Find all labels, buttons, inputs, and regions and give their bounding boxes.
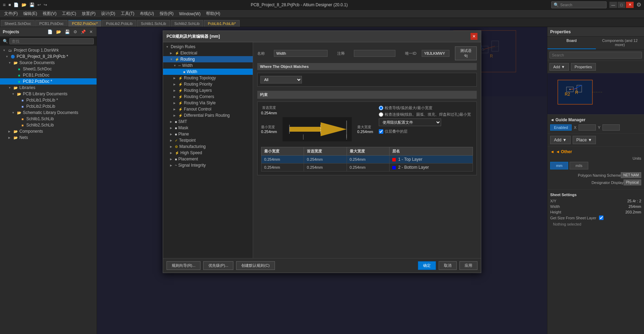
menu-routing[interactable]: 布线(U) xyxy=(137,10,157,17)
tree-sch-lib-docs[interactable]: ▼ 📂 Schematic Library Documents xyxy=(0,109,97,116)
redo-icon[interactable]: ↪ xyxy=(44,2,47,7)
menu-reports[interactable]: 报告(R) xyxy=(157,10,177,17)
tab-pcblib2[interactable]: PcbLib2.PcbLib xyxy=(102,20,136,27)
projects-open-btn[interactable]: 📂 xyxy=(55,29,62,35)
rule-mask[interactable]: ▶ ■ Mask xyxy=(163,125,253,131)
rule-wizard-button[interactable]: 规则向导(R)... xyxy=(167,261,200,270)
tree-nets[interactable]: ▶ 📂 Nets xyxy=(0,134,97,141)
rule-routing[interactable]: ▼ ⚡ Routing xyxy=(163,56,253,62)
minimize-button[interactable]: — xyxy=(609,2,617,8)
rule-name-input[interactable] xyxy=(274,50,328,57)
rule-smt[interactable]: ▶ ■ SMT xyxy=(163,118,253,125)
object-match-dropdown[interactable]: All xyxy=(260,76,302,84)
guide-x-input[interactable] xyxy=(579,124,596,131)
cancel-button[interactable]: 取消 xyxy=(439,261,457,270)
tree-pcblib1[interactable]: ■ PcbLib1.PcbLib * xyxy=(0,97,97,103)
projects-close-btn[interactable]: ⚙ xyxy=(72,29,78,35)
projects-new-btn[interactable]: 📄 xyxy=(46,29,54,35)
mm-button[interactable]: mm xyxy=(550,162,568,169)
rule-high-speed[interactable]: ▶ ⚡ High Speed xyxy=(163,150,253,156)
undo-icon[interactable]: ↩ xyxy=(37,2,41,7)
menu-window[interactable]: Window(W) xyxy=(176,11,203,17)
rule-manufacturing[interactable]: ▶ ⚙ Manufacturing xyxy=(163,143,253,150)
projects-search-input[interactable] xyxy=(9,38,94,44)
global-search-box[interactable]: 🔍 Search xyxy=(551,1,607,8)
tree-components[interactable]: ▶ 📂 Components xyxy=(0,128,97,134)
tree-pcb2[interactable]: ■ PCB2.PcbDoc * xyxy=(0,78,97,85)
rule-signal-integrity[interactable]: ▶ ~ Signal Integrity xyxy=(163,162,253,168)
guide-place-button[interactable]: Place ▼ xyxy=(573,136,596,144)
rule-routing-via-style[interactable]: ▶ ⚡ Routing Via Style xyxy=(163,100,253,106)
menu-edit[interactable]: 编辑(E) xyxy=(20,10,40,17)
menu-file[interactable]: 文件(F) xyxy=(1,10,20,17)
apply-button[interactable]: 应用 xyxy=(459,261,477,270)
tree-pcb-lib-docs[interactable]: ▼ 📂 PCB Library Documents xyxy=(0,91,97,97)
rule-fanout-control[interactable]: ▶ ⚡ Fanout Control xyxy=(163,106,253,112)
tree-sheet1[interactable]: ■ Sheet1.SchDoc xyxy=(0,66,97,72)
guide-add-button[interactable]: Add ▼ xyxy=(550,136,571,144)
tree-schlib2[interactable]: ■ Schlib2.SchLib xyxy=(0,122,97,128)
tree-pcb-project[interactable]: ▼ 🔵 PCB_Project_8_28.PrjPcb * xyxy=(0,53,97,60)
rule-routing-topology[interactable]: ▶ ⚡ Routing Topology xyxy=(163,75,253,81)
impedance-dropdown[interactable]: 使用阻抗配置文件 xyxy=(379,118,441,126)
rule-testpoint[interactable]: ▶ ✓ Testpoint xyxy=(163,137,253,143)
tree-pcblib2[interactable]: ■ PcbLib2.PcbLib xyxy=(0,103,97,109)
rule-width[interactable]: ■ Width xyxy=(163,69,253,75)
tab-schlib2[interactable]: Schlib2.SchLib xyxy=(171,20,204,27)
menu-place[interactable]: 放置(P) xyxy=(79,10,98,17)
save-icon[interactable]: 💾 xyxy=(29,2,35,7)
priority-button[interactable]: 优先级(P)... xyxy=(203,261,233,270)
menu-help[interactable]: 帮助(H) xyxy=(203,10,223,17)
projects-close-panel-btn[interactable]: ✕ xyxy=(88,29,94,35)
rule-diff-pairs[interactable]: ▶ ⚡ Differential Pairs Routing xyxy=(163,112,253,118)
tab-pcb1[interactable]: PCB1.PcbDoc xyxy=(35,20,67,27)
get-size-checkbox[interactable] xyxy=(599,216,603,220)
tab-board[interactable]: Board xyxy=(547,37,596,49)
rule-routing-priority[interactable]: ▶ ⚡ Routing Priority xyxy=(163,81,253,87)
table-row[interactable]: 0.254mm 0.254mm 0.254mm 1 - Top Layer xyxy=(261,156,473,164)
tree-source-docs[interactable]: ▼ 📂 Source Documents xyxy=(0,60,97,66)
menu-project[interactable]: 工程(C) xyxy=(59,10,79,17)
new-icon[interactable]: 📄 xyxy=(14,2,19,7)
tab-pcblib1[interactable]: PcbLib1.PcbLib* xyxy=(204,20,240,27)
projects-save-btn[interactable]: 💾 xyxy=(64,29,71,35)
tab-components[interactable]: Components (and 12 more) xyxy=(596,37,644,49)
dialog-close-button[interactable]: ✕ xyxy=(471,33,477,40)
tree-pcb1[interactable]: ■ PCB1.PcbDoc xyxy=(0,72,97,78)
close-button[interactable]: ✕ xyxy=(626,2,634,8)
add-button[interactable]: Add ▼ xyxy=(549,63,569,71)
menu-view[interactable]: 视图(V) xyxy=(40,10,59,17)
menu-design[interactable]: 设计(D) xyxy=(98,10,118,17)
properties-search-input[interactable] xyxy=(549,52,642,59)
mils-button[interactable]: mils xyxy=(570,162,588,169)
tab-schlib1[interactable]: Schlib1.SchLib xyxy=(137,20,170,27)
rule-uid-input[interactable] xyxy=(422,50,449,57)
tab-pcb2[interactable]: PCB2.PcbDoc* xyxy=(68,20,102,27)
rule-electrical[interactable]: ▶ ⚡ Electrical xyxy=(163,50,253,56)
test-button[interactable]: 测试语句 xyxy=(455,46,477,60)
projects-pin-btn[interactable]: 📌 xyxy=(80,29,87,35)
tree-project-group[interactable]: ▼ 🗂 Project Group 1.DsnWrk xyxy=(0,47,97,53)
folder-icon[interactable]: 📂 xyxy=(21,2,27,7)
menu-tools[interactable]: 工具(T) xyxy=(118,10,137,17)
guide-y-input[interactable] xyxy=(602,124,620,131)
rule-plane[interactable]: ▶ ■ Plane xyxy=(163,131,253,137)
rule-design-rules[interactable]: ▼ Design Rules xyxy=(163,44,253,50)
check-max-min-radio[interactable] xyxy=(379,106,383,110)
tree-schlib1[interactable]: ■ Schlib1.SchLib xyxy=(0,116,97,122)
table-row[interactable]: 0.254mm 0.254mm 0.254mm 2 - Bottom Layer xyxy=(261,164,473,172)
rule-width-group[interactable]: ▼ ─ Width xyxy=(163,62,253,69)
tree-libraries[interactable]: ▼ 📂 Libraries xyxy=(0,85,97,91)
guide-enabled-toggle[interactable]: Enabled xyxy=(550,124,572,131)
rule-routing-layers[interactable]: ▶ ⚡ Routing Layers xyxy=(163,87,253,94)
tab-sheet1[interactable]: Sheet1.SchDoc xyxy=(1,20,35,27)
ok-button[interactable]: 确定 xyxy=(418,261,436,270)
check-connected-radio[interactable] xyxy=(379,112,383,117)
rule-placement[interactable]: ▶ ■ Placement xyxy=(163,156,253,162)
layers-only-checkbox[interactable] xyxy=(379,129,383,134)
create-default-button[interactable]: 创建默认规则(C) xyxy=(236,261,275,270)
rule-routing-corners[interactable]: ▶ ⚡ Routing Corners xyxy=(163,94,253,100)
rule-comment-input[interactable] xyxy=(354,50,395,57)
settings-icon[interactable]: ⚙ xyxy=(636,1,641,8)
maximize-button[interactable]: □ xyxy=(618,2,625,8)
